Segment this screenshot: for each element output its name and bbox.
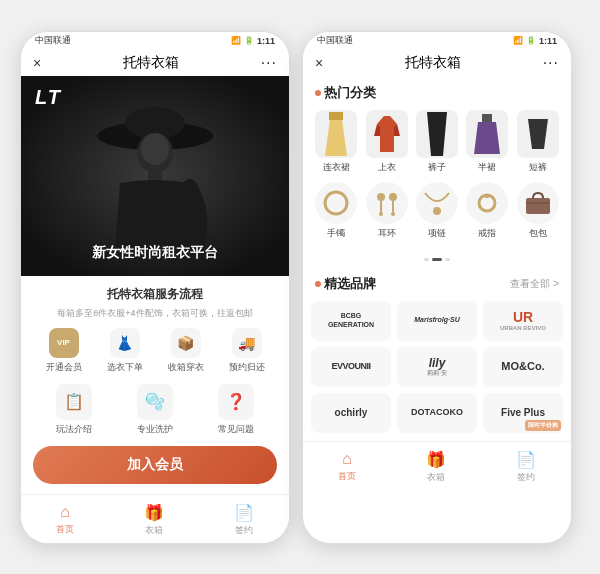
svg-rect-5 bbox=[329, 112, 343, 120]
svg-rect-6 bbox=[482, 114, 492, 122]
cat-skirt[interactable]: 半裙 bbox=[465, 110, 509, 174]
page-title-right: 托特衣箱 bbox=[405, 54, 461, 72]
nav-box-left[interactable]: 🎁 衣箱 bbox=[144, 503, 164, 537]
close-icon-right[interactable]: × bbox=[315, 55, 323, 71]
bracelet-label: 手镯 bbox=[327, 227, 345, 240]
pants-img bbox=[416, 110, 458, 158]
brand-ur-name: UR bbox=[513, 309, 533, 326]
brand-fiveplus-badge: 限时半价购 bbox=[525, 420, 561, 431]
nav-contract-left[interactable]: 📄 签约 bbox=[234, 503, 254, 537]
step-1-label: 开通会员 bbox=[46, 361, 82, 374]
box-icon-left: 🎁 bbox=[144, 503, 164, 522]
cat-bracelet[interactable]: 手镯 bbox=[314, 182, 358, 240]
brand-lily-sub: 莉莉·安 bbox=[427, 370, 447, 377]
brand-fiveplus[interactable]: Five Plus 限时半价购 bbox=[483, 393, 563, 433]
brand-moco[interactable]: MO&Co. bbox=[483, 347, 563, 387]
earring-img bbox=[366, 182, 408, 224]
svg-point-13 bbox=[391, 212, 395, 216]
cat-shorts[interactable]: 短裤 bbox=[516, 110, 560, 174]
clothes-row: 连衣裙 上衣 裤子 bbox=[311, 110, 563, 174]
nav-home-left[interactable]: ⌂ 首页 bbox=[56, 503, 74, 537]
brand-ur[interactable]: UR URBAN REVIVO bbox=[483, 301, 563, 341]
service-subtitle: 每箱多至6件衣服+4件配饰，衣箱可换，往返包邮 bbox=[33, 307, 277, 320]
box-label-right: 衣箱 bbox=[427, 471, 445, 484]
more-icon-left[interactable]: ··· bbox=[261, 54, 277, 72]
cat-necklace[interactable]: 项链 bbox=[415, 182, 459, 240]
left-phone: 中国联通 📶 🔋 1:11 × 托特衣箱 ··· bbox=[20, 31, 290, 544]
pants-label: 裤子 bbox=[428, 161, 446, 174]
brand-dotacoko-name: DOTACOKO bbox=[411, 407, 463, 418]
bracelet-img bbox=[315, 182, 357, 224]
cat-pants[interactable]: 裤子 bbox=[415, 110, 459, 174]
right-nav-bar: × 托特衣箱 ··· bbox=[303, 50, 571, 76]
brand-fiveplus-name: Five Plus bbox=[501, 407, 545, 419]
service-title: 托特衣箱服务流程 bbox=[33, 286, 277, 303]
gameplay-link[interactable]: 📋 玩法介绍 bbox=[56, 384, 92, 436]
bag-label: 包包 bbox=[529, 227, 547, 240]
contract-icon-right: 📄 bbox=[516, 450, 536, 469]
shorts-label: 短裤 bbox=[529, 161, 547, 174]
status-bar-right: 中国联通 📶 🔋 1:11 bbox=[303, 32, 571, 50]
shorts-img bbox=[517, 110, 559, 158]
laundry-link[interactable]: 🫧 专业洗护 bbox=[137, 384, 173, 436]
categories-grid: 连衣裙 上衣 裤子 bbox=[303, 106, 571, 256]
brand-evvounii-name: EVVOUNII bbox=[331, 361, 370, 372]
brand-dotacoko[interactable]: DOTACOKO bbox=[397, 393, 477, 433]
skirt-img bbox=[466, 110, 508, 158]
nav-contract-right[interactable]: 📄 签约 bbox=[516, 450, 536, 484]
bottom-nav-left: ⌂ 首页 🎁 衣箱 📄 签约 bbox=[21, 494, 289, 543]
brand-ochirly[interactable]: ochirly bbox=[311, 393, 391, 433]
bag-img bbox=[517, 182, 559, 224]
hero-section: LT 新女性时尚租衣平台 bbox=[21, 76, 289, 276]
cat-top[interactable]: 上衣 bbox=[365, 110, 409, 174]
receive-box-icon: 📦 bbox=[171, 328, 201, 358]
dot-3 bbox=[445, 258, 450, 261]
box-icon-right: 🎁 bbox=[426, 450, 446, 469]
close-icon[interactable]: × bbox=[33, 55, 41, 71]
top-label: 上衣 bbox=[378, 161, 396, 174]
time-display: 1:11 bbox=[257, 36, 275, 46]
cat-ring[interactable]: 戒指 bbox=[465, 182, 509, 240]
brand-bcbg[interactable]: BCBGGENERATION bbox=[311, 301, 391, 341]
brand-evvounii[interactable]: EVVOUNII bbox=[311, 347, 391, 387]
status-icons-right: 📶 🔋 1:11 bbox=[513, 36, 557, 46]
return-icon: 🚚 bbox=[232, 328, 262, 358]
brand-lily[interactable]: lily 莉莉·安 bbox=[397, 347, 477, 387]
contract-label-left: 签约 bbox=[235, 524, 253, 537]
nav-box-right[interactable]: 🎁 衣箱 bbox=[426, 450, 446, 484]
more-icon-right[interactable]: ··· bbox=[543, 54, 559, 72]
gameplay-icon: 📋 bbox=[56, 384, 92, 420]
svg-point-11 bbox=[389, 193, 397, 201]
faq-icon: ❓ bbox=[218, 384, 254, 420]
step-3-label: 收箱穿衣 bbox=[168, 361, 204, 374]
step-3: 📦 收箱穿衣 bbox=[168, 328, 204, 374]
right-phone: 中国联通 📶 🔋 1:11 × 托特衣箱 ··· 热门分类 bbox=[302, 31, 572, 544]
orange-dot-categories bbox=[315, 90, 321, 96]
contract-icon-left: 📄 bbox=[234, 503, 254, 522]
brands-title: 精选品牌 bbox=[315, 275, 376, 293]
laundry-icon: 🫧 bbox=[137, 384, 173, 420]
faq-link[interactable]: ❓ 常见问题 bbox=[218, 384, 254, 436]
signal-icon: 📶 bbox=[231, 36, 241, 45]
nav-home-right[interactable]: ⌂ 首页 bbox=[338, 450, 356, 484]
svg-point-14 bbox=[433, 207, 441, 215]
battery-icon-right: 🔋 bbox=[526, 36, 536, 45]
vip-icon: VIP bbox=[49, 328, 79, 358]
svg-point-10 bbox=[379, 212, 383, 216]
cat-bag[interactable]: 包包 bbox=[516, 182, 560, 240]
brand-bcbg-name: BCBGGENERATION bbox=[328, 312, 374, 329]
accessories-row: 手镯 耳环 项链 bbox=[311, 182, 563, 240]
svg-point-8 bbox=[377, 193, 385, 201]
skirt-label: 半裙 bbox=[478, 161, 496, 174]
home-label-right: 首页 bbox=[338, 470, 356, 483]
view-all-brands[interactable]: 查看全部 > bbox=[510, 277, 559, 291]
ring-img bbox=[466, 182, 508, 224]
cat-dress[interactable]: 连衣裙 bbox=[314, 110, 358, 174]
svg-point-7 bbox=[325, 192, 347, 214]
brand-logo: LT bbox=[35, 86, 62, 109]
brand-marisfrolg[interactable]: Marisfrolg·SU bbox=[397, 301, 477, 341]
svg-rect-16 bbox=[526, 198, 550, 214]
necklace-label: 项链 bbox=[428, 227, 446, 240]
cat-earring[interactable]: 耳环 bbox=[365, 182, 409, 240]
join-member-button[interactable]: 加入会员 bbox=[33, 446, 277, 484]
